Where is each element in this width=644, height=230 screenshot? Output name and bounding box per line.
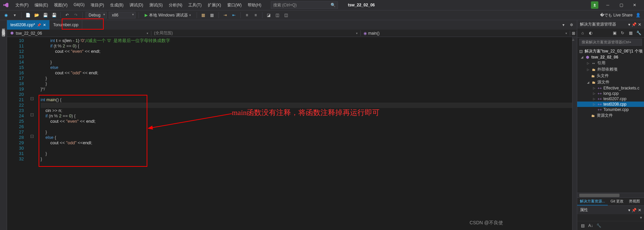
menu-item[interactable]: 项目(P) (88, 1, 107, 9)
tool-btn-1[interactable]: ▦ (200, 12, 207, 18)
chevron-down-icon[interactable]: ◢ (580, 55, 584, 59)
minimize-button[interactable]: ─ (601, 0, 614, 10)
breadcrumb-func[interactable]: ◉ main() ▾ (361, 31, 570, 36)
show-all-icon[interactable]: ▦ (627, 30, 634, 36)
project-node[interactable]: ◢ ⬢ tsw_22_02_06 (577, 54, 644, 60)
chevron-right-icon[interactable]: ▷ (586, 68, 590, 71)
refs-node[interactable]: ▷ ▪▪ 引用 (577, 60, 644, 66)
search-input[interactable]: 搜索 (Ctrl+Q) 🔍 (271, 1, 338, 9)
collapse-icon[interactable]: ▣ (611, 30, 618, 36)
panel-dropdown-icon[interactable]: ▾ (628, 22, 630, 27)
panel-bottom-tab[interactable]: 解决方案资源... (577, 198, 608, 205)
breadcrumb-split[interactable]: ⊞ (570, 31, 577, 36)
home-icon[interactable]: ⌂ (579, 30, 586, 36)
file-tab-inactive[interactable]: Tonumber.cpp (50, 20, 82, 30)
close-icon[interactable]: ✕ (43, 23, 46, 27)
liveshare-button[interactable]: �でも Live Share (600, 12, 633, 18)
source-file-item[interactable]: ▷++test0207.cpp (577, 96, 644, 102)
menu-item[interactable]: Git(G) (71, 1, 87, 9)
chevron-right-icon[interactable]: ▷ (592, 86, 596, 90)
side-tab[interactable]: 工具箱 (0, 23, 0, 230)
menu-item[interactable]: 工具(T) (186, 1, 204, 9)
tool-btn-5[interactable]: ◫ (274, 12, 281, 18)
prop-cat-icon[interactable]: ▤ (579, 222, 586, 229)
props-icon[interactable]: 🔧 (635, 30, 642, 36)
platform-dropdown[interactable]: x86 (109, 12, 136, 18)
side-tab[interactable]: 服务器资源管理器 (0, 23, 7, 230)
breadcrumb-scope[interactable]: (全局范围) ▾ (151, 30, 361, 36)
solution-root[interactable]: ◫ 解决方案"tsw_22_02_06"(1 个项 (577, 48, 644, 54)
prop-wrench-icon[interactable]: 🔧 (595, 222, 602, 229)
menu-item[interactable]: 文件(F) (13, 1, 31, 9)
tab-dropdown-icon[interactable]: ▾ (560, 22, 567, 28)
run-button[interactable]: ▶ 本地 Windows 调试器 ▾ (142, 12, 193, 19)
save-button[interactable]: 💾 (42, 12, 49, 18)
code-content[interactable]: int t = s[len - 1]-'0';//减去一个 '0' 是将最后一位… (41, 37, 572, 230)
undo-button[interactable]: ↶ (64, 12, 70, 18)
menu-item[interactable]: 窗口(W) (225, 1, 244, 9)
sync-icon[interactable]: ↻ (619, 30, 626, 36)
chevron-down-icon[interactable]: ◢ (586, 81, 590, 84)
sources-node[interactable]: ◢ 🖿 源文件 (577, 79, 644, 85)
open-button[interactable]: 📂 (33, 12, 40, 18)
resources-node[interactable]: 🖿 资源文件 (577, 112, 644, 119)
admin-icon[interactable]: 👤 (635, 12, 641, 18)
fold-toggle[interactable]: − (31, 135, 34, 138)
menu-item[interactable]: 帮助(H) (245, 1, 264, 9)
source-file-item[interactable]: ▷++test0208.cpp (577, 102, 644, 107)
source-file-item[interactable]: ▷++long.cpp (577, 91, 644, 96)
panel-scrollbar[interactable] (577, 193, 644, 197)
chevron-right-icon[interactable]: ▷ (592, 92, 596, 95)
user-badge[interactable]: ± (591, 1, 598, 9)
chevron-right-icon[interactable]: ▷ (592, 103, 596, 106)
panel-dropdown-icon[interactable]: ▾ (628, 208, 630, 213)
menu-item[interactable]: 编辑(E) (32, 1, 51, 9)
maximize-button[interactable]: ▢ (614, 0, 628, 10)
menu-item[interactable]: 调试(D) (127, 1, 146, 9)
uncomment-button[interactable]: ≡ (252, 12, 259, 18)
menu-item[interactable]: 生成(B) (107, 1, 126, 9)
panel-bottom-tab[interactable]: Git 更改 (608, 198, 626, 205)
headers-node[interactable]: 🖿 头文件 (577, 73, 644, 79)
breadcrumb-project[interactable]: ⬢ tsw_22_02_06 ▾ (7, 31, 151, 36)
menu-item[interactable]: 扩展(X) (205, 1, 224, 9)
config-dropdown[interactable]: Debug (86, 12, 107, 18)
code-editor[interactable]: 1011121314151617181920212223242526272829… (7, 37, 577, 230)
menu-item[interactable]: 测试(S) (147, 1, 165, 9)
save-all-button[interactable]: 💾 (51, 12, 57, 18)
chevron-right-icon[interactable]: ▷ (592, 97, 596, 101)
tool-icon[interactable]: ◐ (587, 30, 594, 36)
tab-settings-icon[interactable]: ✲ (568, 22, 575, 28)
solution-search[interactable]: 搜索解决方案资源管理器(Ctrl+ (579, 39, 642, 46)
tool-btn-3[interactable]: ⇥ (222, 12, 229, 18)
file-tab-active[interactable]: test0208.cpp* 📌 ✕ (7, 20, 50, 30)
chevron-right-icon[interactable]: ▷ (586, 62, 590, 65)
nav-back-button[interactable]: ◉ (3, 12, 9, 18)
menu-item[interactable]: 视图(V) (51, 1, 70, 9)
redo-button[interactable]: ↷ (72, 12, 79, 18)
tool-btn-2[interactable]: ▦ (209, 12, 215, 18)
panel-bottom-tab[interactable]: 类视图 (626, 198, 643, 205)
split-icon[interactable]: ▵ (572, 37, 577, 42)
panel-pin-icon[interactable]: 📌 (632, 22, 637, 27)
fold-toggle[interactable]: − (31, 113, 34, 116)
tool-btn-4[interactable]: ⇤ (231, 12, 237, 18)
external-node[interactable]: ▷ 🖿 外部依赖项 (577, 66, 644, 73)
scroll-strip[interactable]: ▵ (572, 37, 577, 230)
prop-dropdown[interactable]: ▾ (577, 214, 644, 221)
panel-close-icon[interactable]: ✕ (638, 208, 641, 213)
panel-close-icon[interactable]: ✕ (638, 22, 641, 27)
source-file-item[interactable]: ++Tonumber.cpp (577, 107, 644, 112)
nav-fwd-button[interactable]: ▾ (11, 12, 18, 18)
menu-item[interactable]: 分析(N) (166, 1, 185, 9)
close-button[interactable]: ✕ (628, 0, 641, 10)
fold-toggle[interactable]: − (31, 97, 34, 100)
pin-icon[interactable]: 📌 (37, 23, 41, 27)
new-file-button[interactable]: 📄 (24, 12, 31, 18)
tool-btn-6[interactable]: ◫ (283, 12, 290, 18)
prop-az-icon[interactable]: A↓ (587, 222, 594, 229)
source-file-item[interactable]: ▷++Effective_brackets.c (577, 85, 644, 91)
bookmark-button[interactable]: ◪ (265, 12, 272, 18)
comment-button[interactable]: ≡ (244, 12, 250, 18)
panel-pin-icon[interactable]: 📌 (632, 208, 637, 213)
